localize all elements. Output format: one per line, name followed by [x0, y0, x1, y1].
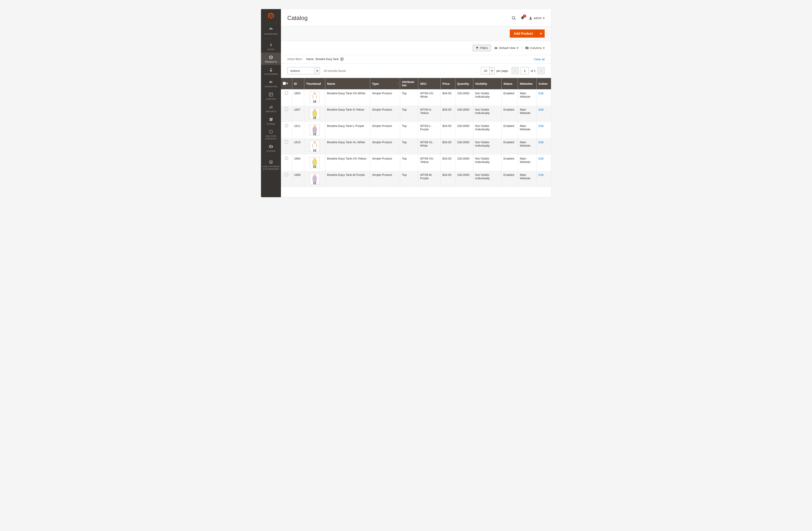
svg-rect-24 — [316, 128, 317, 131]
row-checkbox[interactable] — [285, 173, 288, 176]
nav-item-reports[interactable]: REPORTS — [261, 102, 281, 115]
svg-rect-6 — [271, 106, 271, 108]
cell-status: Enabled — [502, 138, 518, 155]
product-thumbnail — [310, 124, 320, 135]
actions-dropdown[interactable]: Actions ▾ — [287, 67, 320, 74]
column-header[interactable]: SKU — [418, 78, 440, 89]
svg-point-27 — [314, 141, 316, 144]
edit-link[interactable]: Edit — [538, 108, 543, 111]
default-view-dropdown[interactable]: Default View ▾ — [494, 46, 519, 50]
edit-link[interactable]: Edit — [538, 91, 543, 95]
select-all-header[interactable]: ▾ — [281, 78, 292, 89]
cell-visibility: Not Visible Individually — [473, 155, 502, 171]
column-header[interactable]: Quantity — [455, 78, 473, 89]
edit-link[interactable]: Edit — [538, 124, 543, 128]
cell-status: Enabled — [502, 89, 518, 105]
chart-icon — [269, 104, 274, 110]
per-page-select[interactable]: 20 ▾ — [481, 67, 495, 74]
svg-point-22 — [314, 125, 316, 127]
cell-name: Breathe-Easy Tank-S-Yellow — [325, 105, 370, 122]
caret-down-icon: ▾ — [315, 67, 320, 74]
cell-type: Simple Product — [370, 89, 400, 105]
nav-item-content[interactable]: CONTENT — [261, 90, 281, 102]
edit-link[interactable]: Edit — [538, 157, 543, 160]
nav-item-system[interactable]: SYSTEM — [261, 142, 281, 154]
cell-attr: Top — [400, 105, 418, 122]
cell-status: Enabled — [502, 155, 518, 171]
cell-price: $34.00 — [440, 171, 455, 187]
edit-link[interactable]: Edit — [538, 173, 543, 176]
column-header[interactable]: Name — [325, 78, 370, 89]
svg-rect-15 — [313, 100, 315, 103]
row-checkbox[interactable] — [285, 157, 288, 160]
svg-point-12 — [314, 92, 316, 95]
column-header[interactable]: Price — [440, 78, 455, 89]
admin-dropdown[interactable]: admin ▾ — [529, 16, 545, 20]
cell-status: Enabled — [502, 122, 518, 138]
row-checkbox[interactable] — [285, 124, 288, 127]
hex-icon — [269, 129, 274, 134]
select-all-checkbox[interactable] — [283, 82, 286, 85]
column-header[interactable]: ID — [292, 78, 304, 89]
remove-filter-icon[interactable]: ✕ — [340, 57, 344, 61]
column-header[interactable]: Thumbnail — [304, 78, 325, 89]
column-header[interactable]: Type↑ — [370, 78, 400, 89]
svg-rect-29 — [316, 144, 317, 147]
cell-sku: WT09-XS-Yellow — [418, 155, 440, 171]
cell-visibility: Not Visible Individually — [473, 171, 502, 187]
layout-icon — [269, 92, 274, 97]
layers-icon — [269, 160, 274, 164]
add-product-dropdown[interactable]: ▼ — [537, 29, 545, 38]
pager: ‹ of 1 › — [511, 67, 545, 74]
nav-item-find-partners-extensions[interactable]: FIND PARTNERS & EXTENSIONS — [261, 157, 281, 172]
svg-rect-36 — [315, 166, 316, 168]
cell-qty: 100.0000 — [455, 155, 473, 171]
page-of-label: of 1 — [531, 69, 536, 73]
nav-item-customers[interactable]: CUSTOMERS — [261, 65, 281, 77]
cell-sku: WT09-S-Yellow — [418, 105, 440, 122]
svg-rect-5 — [270, 107, 270, 109]
nav-item-stores[interactable]: STORES — [261, 115, 281, 127]
sidebar: DASHBOARD$SALESPRODUCTSCUSTOMERSMARKETIN… — [261, 9, 281, 197]
add-product-button[interactable]: Add Product — [510, 29, 537, 38]
svg-rect-40 — [313, 182, 315, 184]
cell-websites: Main Website — [518, 122, 536, 138]
column-header[interactable]: Visibility — [473, 78, 502, 89]
edit-link[interactable]: Edit — [538, 141, 543, 144]
caret-down-icon: ▾ — [543, 46, 545, 49]
clear-all-link[interactable]: Clear all — [534, 58, 545, 61]
nav-item-dashboard[interactable]: DASHBOARD — [261, 25, 281, 37]
filters-button[interactable]: Filters — [473, 45, 491, 51]
svg-rect-39 — [316, 176, 317, 180]
row-checkbox[interactable] — [285, 141, 288, 143]
nav-item-one-step-checkout[interactable]: ONE STEP CHECKOUT — [261, 127, 281, 142]
admin-label: admin — [534, 16, 542, 20]
svg-line-10 — [514, 18, 516, 20]
search-icon[interactable] — [511, 16, 516, 20]
table-row: 1808Breathe-Easy Tank-M-PurpleSimple Pro… — [281, 171, 551, 187]
nav-item-products[interactable]: PRODUCTS — [261, 53, 281, 65]
nav-item-sales[interactable]: $SALES — [261, 40, 281, 53]
prev-page-button[interactable]: ‹ — [511, 67, 519, 74]
cell-websites: Main Website — [518, 171, 536, 187]
next-page-button[interactable]: › — [537, 67, 545, 74]
column-header[interactable]: Attribute Set — [400, 78, 418, 89]
svg-point-17 — [314, 109, 316, 111]
row-checkbox[interactable] — [285, 108, 288, 111]
columns-dropdown[interactable]: Columns ▾ — [525, 46, 545, 50]
svg-rect-19 — [316, 111, 317, 115]
page-input[interactable] — [521, 67, 529, 74]
column-header[interactable]: Status — [502, 78, 518, 89]
svg-rect-20 — [313, 117, 315, 119]
nav-item-marketing[interactable]: MARKETING — [261, 77, 281, 90]
svg-point-11 — [530, 17, 531, 18]
row-checkbox[interactable] — [285, 91, 288, 95]
cell-attr: Top — [400, 122, 418, 138]
column-header[interactable]: Websites — [518, 78, 536, 89]
caret-down-icon: ▾ — [517, 46, 519, 49]
cell-price: $34.00 — [440, 138, 455, 155]
svg-point-9 — [512, 16, 515, 19]
cell-websites: Main Website — [518, 105, 536, 122]
column-header[interactable]: Action — [536, 78, 551, 89]
notifications-icon[interactable]: 7 — [520, 16, 525, 20]
